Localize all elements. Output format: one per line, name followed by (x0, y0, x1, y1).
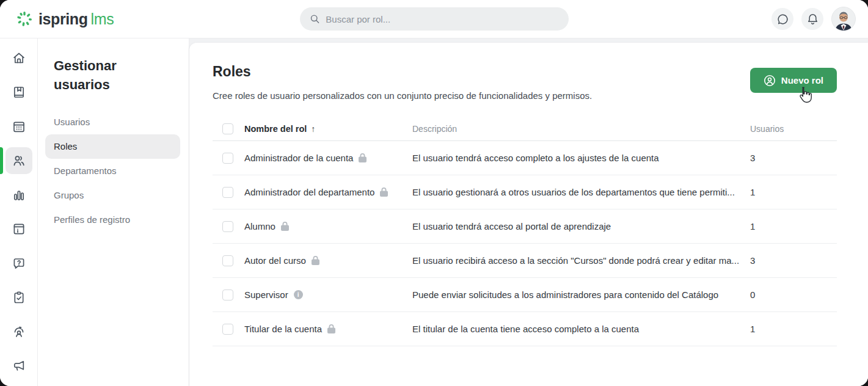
role-description: El usuario tendrá acceso completo a los … (412, 153, 750, 163)
new-role-user-icon (764, 75, 776, 87)
table-row[interactable]: Administrador del departamento i El usua… (213, 175, 837, 209)
table-row[interactable]: Autor del curso i El usuario recibirá ac… (213, 244, 837, 278)
subnav-item-roles[interactable]: Roles (45, 134, 180, 159)
role-user-count: 1 (750, 221, 837, 231)
subnav-item-usuarios[interactable]: Usuarios (45, 110, 180, 134)
active-rail-indicator (0, 147, 3, 174)
clipboard-check-icon (12, 290, 26, 305)
bar-chart-icon (12, 188, 26, 202)
sidebar-item-skills[interactable] (5, 318, 32, 345)
row-checkbox[interactable] (222, 290, 233, 300)
app-window: ispringlms (0, 0, 868, 386)
role-name: Administrador de la cuenta (244, 153, 353, 163)
user-avatar[interactable] (831, 7, 856, 31)
column-header-name-label: Nombre del rol (244, 124, 307, 134)
role-name: Titular de la cuenta (244, 324, 322, 334)
row-checkbox[interactable] (222, 187, 233, 198)
table-row[interactable]: Supervisor i Puede enviar solicitudes a … (213, 278, 837, 312)
lock-icon (327, 324, 335, 333)
home-icon (12, 51, 26, 65)
sidebar-item-assignments[interactable] (5, 284, 32, 311)
bell-icon (806, 13, 819, 26)
info-window-icon (12, 222, 26, 236)
chat-button[interactable] (771, 8, 793, 30)
lock-icon (312, 256, 319, 265)
subnav-item-departamentos[interactable]: Departamentos (45, 159, 180, 183)
subnav-item-label: Departamentos (54, 166, 117, 176)
role-description: Puede enviar solicitudes a los administr… (412, 290, 750, 300)
topbar: ispringlms (0, 0, 868, 38)
person-gauge-icon (12, 324, 26, 339)
role-user-count: 3 (750, 153, 837, 163)
sidebar-item-info[interactable] (5, 216, 32, 242)
lock-icon (359, 153, 367, 162)
topbar-actions (771, 7, 856, 31)
role-name: Alumno (244, 221, 275, 231)
subnav-item-label: Roles (54, 141, 77, 151)
calendar-icon (12, 119, 26, 134)
page-subtitle: Cree roles de usuario personalizados con… (213, 90, 837, 101)
role-user-count: 1 (750, 187, 837, 197)
role-user-count: 1 (750, 324, 837, 334)
sidebar-item-home[interactable] (5, 45, 32, 71)
sidebar-item-announcements[interactable] (5, 352, 32, 379)
table-row[interactable]: Administrador de la cuenta i El usuario … (213, 141, 837, 175)
sidebar-item-reports[interactable] (5, 181, 32, 208)
book-icon (12, 85, 26, 100)
lock-icon (281, 222, 289, 231)
row-checkbox[interactable] (222, 255, 233, 266)
role-user-count: 0 (750, 290, 837, 300)
role-description: El usuario recibirá acceso a la sección … (412, 255, 750, 266)
column-header-name[interactable]: Nombre del rol ↑ (244, 124, 412, 134)
role-name: Supervisor (244, 290, 288, 300)
sidebar-item-calendar[interactable] (5, 113, 32, 140)
main-area: Roles Cree roles de usuario personalizad… (189, 38, 868, 386)
sidebar-item-help[interactable] (5, 250, 32, 277)
icon-rail (0, 38, 38, 386)
subnav-title: Gestionar usuarios (54, 56, 158, 94)
row-checkbox[interactable] (222, 324, 233, 335)
help-bubble-icon (12, 256, 26, 271)
select-all-checkbox[interactable] (222, 123, 233, 134)
avatar-photo (832, 7, 855, 31)
logo-product: lms (91, 10, 114, 27)
role-description: El titular de la cuenta tiene acceso com… (412, 324, 750, 334)
info-icon: i (294, 290, 303, 299)
column-header-users: Usuarios (750, 124, 837, 134)
sort-ascending-icon: ↑ (311, 124, 315, 134)
subnav-item-perfiles-de-registro[interactable]: Perfiles de registro (45, 208, 180, 232)
row-checkbox[interactable] (222, 221, 233, 232)
ispring-burst-icon (16, 10, 33, 27)
role-name: Autor del curso (244, 255, 306, 266)
table-header: Nombre del rol ↑ Descripción Usuarios (213, 117, 837, 141)
sidebar-item-courses[interactable] (5, 79, 32, 106)
role-name: Administrador del departamento (244, 187, 374, 197)
new-role-button-label: Nuevo rol (781, 75, 823, 86)
table-row[interactable]: Alumno i El usuario tendrá acceso al por… (213, 209, 837, 244)
sidebar-item-users[interactable] (5, 147, 32, 174)
ispring-logo: ispringlms (16, 10, 114, 28)
search-bar (300, 7, 569, 31)
megaphone-icon (12, 359, 26, 373)
logo-brand: ispring (38, 10, 88, 27)
search-icon (310, 13, 320, 24)
subnav-item-label: Grupos (54, 190, 84, 200)
roles-card: Roles Cree roles de usuario personalizad… (189, 43, 868, 386)
column-header-description: Descripción (412, 124, 750, 134)
role-user-count: 3 (750, 255, 837, 266)
lock-icon (380, 188, 388, 197)
search-input[interactable] (326, 14, 558, 24)
logo-text: ispringlms (38, 10, 114, 28)
notifications-button[interactable] (801, 8, 823, 30)
row-checkbox[interactable] (222, 153, 233, 164)
role-description: El usuario gestionará a otros usuarios d… (412, 187, 750, 197)
subnav-item-label: Usuarios (54, 117, 90, 127)
users-icon (12, 153, 26, 168)
table-row[interactable]: Titular de la cuenta i El titular de la … (213, 312, 837, 346)
new-role-button[interactable]: Nuevo rol (750, 68, 837, 93)
table-body: Administrador de la cuenta i El usuario … (213, 141, 837, 346)
subnav-list: UsuariosRolesDepartamentosGruposPerfiles… (38, 110, 180, 232)
subnav-item-grupos[interactable]: Grupos (45, 183, 180, 208)
role-description: El usuario tendrá acceso al portal de ap… (412, 221, 750, 231)
roles-table: Nombre del rol ↑ Descripción Usuarios Ad… (213, 117, 837, 346)
